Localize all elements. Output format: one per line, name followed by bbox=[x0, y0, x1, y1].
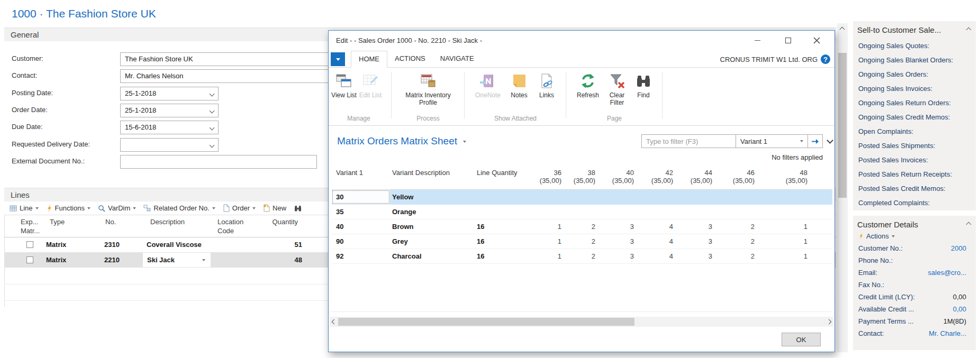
col-size-44[interactable]: 44(35,00) bbox=[675, 169, 714, 189]
requested-delivery-date-field[interactable] bbox=[120, 138, 219, 152]
actions-menu[interactable]: Actions bbox=[853, 231, 976, 242]
collapse-section-icon[interactable] bbox=[966, 27, 972, 33]
cell-line-quantity[interactable]: 16 bbox=[476, 252, 527, 260]
table-row[interactable]: 35 Orange bbox=[332, 205, 832, 219]
order-menu[interactable]: Order bbox=[223, 204, 256, 212]
cell-type[interactable]: Matrix bbox=[46, 241, 66, 249]
list-item[interactable]: Ongoing Sales Blanket Orders: bbox=[853, 53, 976, 67]
cell-line-quantity[interactable]: 16 bbox=[476, 223, 527, 231]
table-row[interactable]: 40 Brown 16 1 2 3 4 3 2 1 bbox=[332, 219, 832, 234]
links-button[interactable]: Links bbox=[533, 70, 560, 99]
cell-variant-description[interactable]: Orange bbox=[390, 208, 476, 216]
cell-variant-code[interactable]: 30 bbox=[332, 190, 390, 204]
col-line-quantity[interactable]: Line Quantity bbox=[476, 169, 527, 189]
scrollbar-thumb[interactable] bbox=[838, 53, 847, 198]
cell-no[interactable]: 2310 bbox=[104, 241, 120, 249]
new-button[interactable]: New bbox=[263, 204, 286, 212]
filter-go-button[interactable] bbox=[807, 135, 822, 148]
cell-size-qty[interactable]: 1 bbox=[527, 237, 564, 245]
cell-size-qty[interactable]: 4 bbox=[636, 223, 675, 231]
list-item[interactable]: Ongoing Sales Quotes: bbox=[853, 39, 976, 53]
cell-quantity[interactable]: 51 bbox=[255, 241, 302, 249]
list-item[interactable]: Ongoing Sales Return Orders: bbox=[853, 96, 976, 110]
cell-size-qty[interactable]: 4 bbox=[636, 252, 675, 260]
cell-variant-code[interactable]: 35 bbox=[332, 208, 390, 216]
factbox-title[interactable]: Customer Details bbox=[857, 220, 918, 229]
clear-filter-button[interactable]: Clear Filter bbox=[603, 70, 631, 106]
list-item[interactable]: Posted Sales Shipments: bbox=[853, 139, 976, 153]
customer-no-link[interactable]: 2000 bbox=[951, 242, 966, 254]
cell-variant-code[interactable]: 92 bbox=[332, 252, 390, 260]
list-item[interactable]: Ongoing Sales Credit Memos: bbox=[853, 110, 976, 124]
cell-size-qty[interactable]: 1 bbox=[757, 237, 810, 245]
available-credit-link[interactable]: 0,00 bbox=[953, 303, 966, 315]
cell-size-qty[interactable]: 3 bbox=[675, 223, 714, 231]
col-variant[interactable]: Variant 1 bbox=[332, 169, 390, 189]
filter-column-select[interactable]: Variant 1 bbox=[736, 137, 807, 145]
cell-size-qty[interactable]: 1 bbox=[757, 223, 810, 231]
email-link[interactable]: sales@cro... bbox=[928, 267, 966, 279]
related-order-no-menu[interactable]: Related Order No. bbox=[143, 204, 215, 212]
list-item[interactable]: Completed Complaints: bbox=[853, 196, 976, 210]
maximize-button[interactable] bbox=[782, 34, 794, 47]
factbox-title[interactable]: Sell-to Customer Sale... bbox=[857, 25, 941, 34]
expand-matrix-checkbox[interactable] bbox=[26, 256, 33, 263]
scroll-left-icon[interactable] bbox=[332, 319, 337, 325]
functions-menu[interactable]: Functions bbox=[46, 204, 90, 212]
due-date-field[interactable]: 15-6-2018 bbox=[120, 121, 219, 134]
help-icon[interactable] bbox=[821, 54, 830, 64]
contact-link[interactable]: Mr. Charle... bbox=[929, 327, 966, 339]
cell-variant-description[interactable]: Charcoal bbox=[390, 252, 476, 260]
matrix-horizontal-scrollbar[interactable] bbox=[330, 317, 833, 327]
list-item[interactable]: Posted Sales Return Receipts: bbox=[853, 167, 976, 181]
filter-input[interactable]: Type to filter (F3) bbox=[642, 137, 736, 145]
table-row[interactable]: 90 Grey 16 1 2 3 4 3 2 1 bbox=[332, 234, 832, 249]
cell-no[interactable]: 2210 bbox=[104, 256, 120, 264]
col-size-48[interactable]: 48(35,00) bbox=[757, 169, 810, 189]
list-item[interactable]: Posted Sales Credit Memos: bbox=[853, 181, 976, 196]
cell-size-qty[interactable]: 2 bbox=[714, 237, 757, 245]
cell-size-qty[interactable]: 1 bbox=[527, 252, 564, 260]
collapse-section-icon[interactable] bbox=[966, 222, 972, 227]
cell-size-qty[interactable]: 2 bbox=[714, 223, 757, 231]
cell-description[interactable]: Coverall Viscose bbox=[147, 241, 202, 249]
cell-variant-description[interactable]: Brown bbox=[390, 223, 476, 231]
cell-size-qty[interactable]: 3 bbox=[597, 223, 636, 231]
tab-navigate[interactable]: NAVIGATE bbox=[433, 51, 482, 68]
application-menu-button[interactable] bbox=[331, 52, 345, 66]
notes-button[interactable]: Notes bbox=[505, 70, 533, 99]
expand-matrix-checkbox[interactable] bbox=[26, 241, 33, 248]
list-item[interactable]: Open Complaints: bbox=[853, 124, 976, 139]
scroll-right-icon[interactable] bbox=[827, 319, 832, 325]
list-item[interactable]: Posted Sales Invoices: bbox=[853, 153, 976, 167]
order-date-field[interactable]: 25-1-2018 bbox=[120, 104, 219, 117]
find-lines-button[interactable] bbox=[294, 205, 302, 212]
description-dropdown-icon[interactable] bbox=[202, 259, 205, 261]
col-size-40[interactable]: 40(35,00) bbox=[597, 169, 636, 189]
find-button[interactable]: Find bbox=[631, 70, 656, 106]
posting-date-field[interactable]: 25-1-2018 bbox=[120, 87, 219, 100]
line-menu[interactable]: Line bbox=[10, 204, 39, 212]
col-size-36[interactable]: 36(35,00) bbox=[527, 169, 564, 189]
cell-size-qty[interactable]: 2 bbox=[564, 237, 597, 245]
col-size-42[interactable]: 42(35,00) bbox=[636, 169, 675, 189]
requested-delivery-date-dropdown-icon[interactable] bbox=[210, 143, 215, 148]
cell-line-quantity[interactable]: 16 bbox=[476, 237, 527, 245]
cell-size-qty[interactable]: 3 bbox=[597, 252, 636, 260]
description-editor[interactable]: Ski Jack bbox=[143, 253, 211, 267]
col-variant-description[interactable]: Variant Description bbox=[390, 169, 476, 189]
cell-size-qty[interactable]: 2 bbox=[564, 223, 597, 231]
cell-variant-description[interactable]: Yellow bbox=[390, 193, 476, 201]
tab-home[interactable]: HOME bbox=[351, 51, 387, 68]
cell-variant-code[interactable]: 90 bbox=[332, 237, 390, 245]
due-date-dropdown-icon[interactable] bbox=[210, 125, 215, 131]
cell-size-qty[interactable]: 1 bbox=[757, 252, 810, 260]
cell-size-qty[interactable]: 3 bbox=[675, 252, 714, 260]
table-row[interactable]: 30 Yellow bbox=[332, 190, 832, 205]
matrix-inventory-profile-button[interactable]: Matrix Inventory Profile bbox=[396, 70, 460, 106]
tab-actions[interactable]: ACTIONS bbox=[387, 51, 433, 68]
cell-size-qty[interactable]: 2 bbox=[564, 252, 597, 260]
scroll-up-icon[interactable] bbox=[840, 27, 845, 32]
table-row[interactable]: 92 Charcoal 16 1 2 3 4 3 2 1 bbox=[332, 249, 832, 264]
cell-size-qty[interactable]: 2 bbox=[714, 252, 757, 260]
